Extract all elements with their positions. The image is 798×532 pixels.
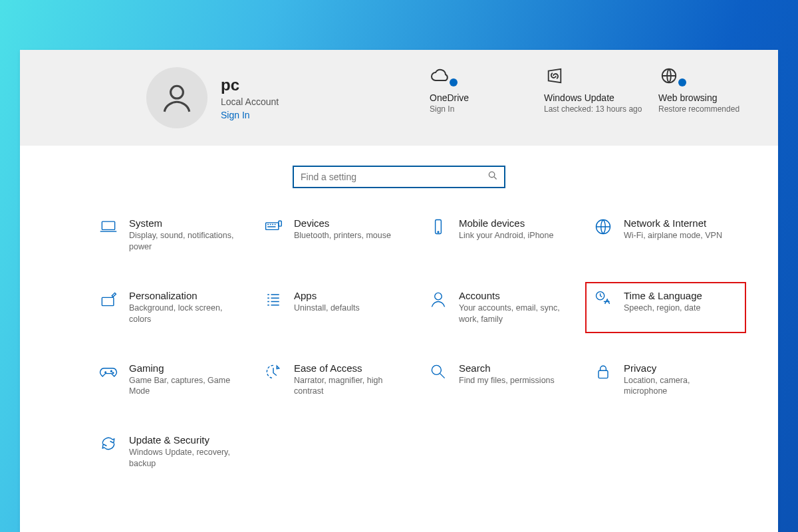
- category-desc: Location, camera, microphone: [624, 375, 730, 398]
- category-desc: Uninstall, defaults: [294, 303, 360, 314]
- svg-point-2: [489, 172, 494, 177]
- update-title: Windows Update: [544, 92, 644, 103]
- status-dot-icon: [450, 78, 458, 86]
- category-title: Time & Language: [624, 290, 702, 301]
- svg-point-10: [435, 293, 442, 300]
- search-icon: [488, 171, 497, 183]
- category-desc: Speech, region, date: [624, 303, 702, 314]
- category-accounts[interactable]: AccountsYour accounts, email, sync, work…: [422, 286, 580, 329]
- lock-icon: [592, 362, 614, 381]
- category-search[interactable]: SearchFind my files, permissions: [422, 358, 580, 402]
- globe-icon: [592, 217, 614, 236]
- windows-update-tile[interactable]: Windows Update Last checked: 13 hours ag…: [544, 67, 644, 115]
- onedrive-sub: Sign In: [430, 104, 529, 115]
- globe-icon: [658, 67, 685, 86]
- category-apps[interactable]: AppsUninstall, defaults: [257, 286, 415, 329]
- category-title: Devices: [294, 217, 391, 229]
- accessibility-icon: [262, 362, 285, 381]
- category-desc: Bluetooth, printers, mouse: [294, 230, 391, 241]
- category-desc: Game Bar, captures, Game Mode: [129, 375, 235, 398]
- category-title: Update & Security: [129, 434, 235, 446]
- update-icon: [544, 67, 571, 86]
- search-input[interactable]: [301, 172, 488, 182]
- web-sub: Restore recommended: [658, 104, 758, 115]
- category-title: Ease of Access: [294, 362, 400, 374]
- settings-header: pc Local Account Sign In OneDrive Sign I…: [20, 50, 778, 146]
- category-title: Accounts: [459, 290, 565, 301]
- web-title: Web browsing: [658, 92, 758, 103]
- person-icon: [427, 290, 450, 309]
- category-gaming[interactable]: GamingGame Bar, captures, Game Mode: [92, 358, 250, 402]
- svg-rect-4: [266, 223, 279, 230]
- category-desc: Background, lock screen, colors: [129, 303, 235, 325]
- categories-grid: SystemDisplay, sound, notifications, pow…: [20, 207, 778, 473]
- category-desc: Windows Update, recovery, backup: [129, 447, 235, 469]
- category-desc: Display, sound, notifications, power: [129, 230, 235, 253]
- list-icon: [262, 290, 285, 309]
- onedrive-title: OneDrive: [430, 92, 529, 103]
- svg-point-13: [112, 372, 114, 373]
- user-block[interactable]: pc Local Account Sign In: [146, 67, 279, 128]
- category-title: Network & Internet: [624, 217, 722, 229]
- phone-icon: [427, 217, 450, 236]
- search-row: [20, 146, 778, 207]
- category-network[interactable]: Network & InternetWi-Fi, airplane mode, …: [587, 213, 745, 257]
- category-title: Privacy: [624, 362, 730, 374]
- category-devices[interactable]: DevicesBluetooth, printers, mouse: [257, 213, 415, 257]
- category-title: Mobile devices: [459, 217, 553, 229]
- category-privacy[interactable]: PrivacyLocation, camera, microphone: [587, 358, 745, 402]
- category-title: Apps: [294, 290, 360, 301]
- svg-point-12: [111, 370, 112, 372]
- category-title: Personalization: [129, 290, 235, 301]
- settings-window: pc Local Account Sign In OneDrive Sign I…: [20, 50, 778, 532]
- avatar-icon: [146, 67, 207, 128]
- gamepad-icon: [97, 362, 120, 381]
- keyboard-icon: [262, 217, 285, 236]
- category-update-security[interactable]: Update & SecurityWindows Update, recover…: [92, 430, 250, 473]
- search-box[interactable]: [293, 166, 505, 188]
- sign-in-link[interactable]: Sign In: [221, 110, 279, 120]
- category-title: System: [129, 217, 235, 229]
- category-desc: Narrator, magnifier, high contrast: [294, 375, 400, 398]
- category-title: Gaming: [129, 362, 235, 374]
- user-name: pc: [221, 76, 279, 94]
- search-icon: [427, 362, 450, 381]
- svg-rect-9: [102, 297, 114, 305]
- svg-rect-15: [598, 370, 608, 378]
- category-desc: Link your Android, iPhone: [459, 230, 553, 241]
- category-desc: Wi-Fi, airplane mode, VPN: [624, 230, 722, 241]
- svg-rect-5: [279, 221, 281, 226]
- svg-point-14: [432, 365, 441, 374]
- user-text: pc Local Account Sign In: [221, 76, 279, 120]
- category-ease-of-access[interactable]: Ease of AccessNarrator, magnifier, high …: [257, 358, 415, 402]
- category-time-language[interactable]: Time & LanguageSpeech, region, date: [585, 282, 746, 333]
- laptop-icon: [97, 217, 120, 236]
- cloud-icon: [430, 67, 456, 86]
- category-title: Search: [459, 362, 555, 374]
- category-desc: Your accounts, email, sync, work, family: [459, 303, 565, 325]
- onedrive-tile[interactable]: OneDrive Sign In: [430, 67, 529, 115]
- sync-icon: [97, 434, 120, 453]
- paint-icon: [97, 290, 120, 309]
- status-dot-icon: [678, 78, 686, 86]
- category-personalization[interactable]: PersonalizationBackground, lock screen, …: [92, 286, 250, 329]
- time-language-icon: [592, 290, 614, 309]
- update-sub: Last checked: 13 hours ago: [544, 104, 644, 115]
- svg-rect-3: [102, 221, 114, 229]
- web-browsing-tile[interactable]: Web browsing Restore recommended: [658, 67, 758, 115]
- category-desc: Find my files, permissions: [459, 375, 555, 386]
- user-account-type: Local Account: [221, 96, 279, 107]
- svg-point-7: [438, 231, 439, 233]
- category-mobile[interactable]: Mobile devicesLink your Android, iPhone: [422, 213, 580, 257]
- svg-point-0: [171, 86, 184, 98]
- category-system[interactable]: SystemDisplay, sound, notifications, pow…: [92, 213, 250, 257]
